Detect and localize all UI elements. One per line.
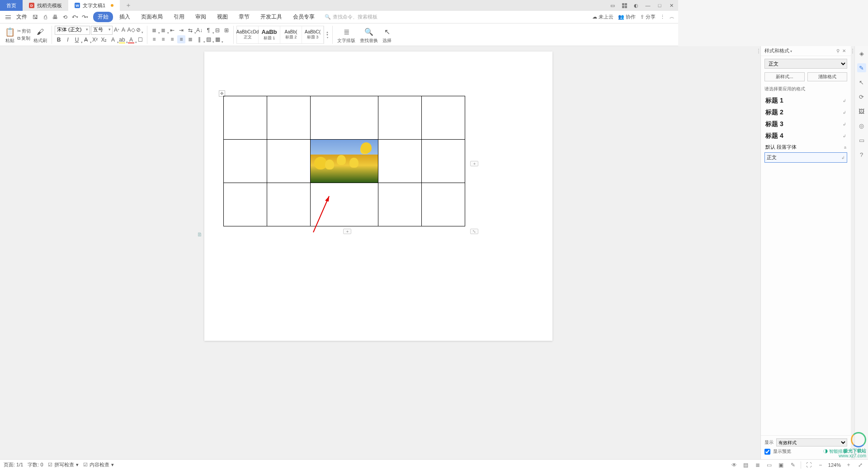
ribbon-tab-references[interactable]: 引用	[169, 12, 189, 22]
select-label[interactable]: 选择	[382, 38, 392, 44]
collaborate-button[interactable]: 👥 协作	[618, 14, 636, 20]
find-replace-label[interactable]: 查找替换	[360, 38, 378, 44]
ribbon: 📋 粘贴 ✂ 剪切 ⧉ 复制 🖌 格式刷 宋体 (正文) 五号 A+ A- A◇…	[0, 24, 678, 46]
paste-label[interactable]: 粘贴	[5, 38, 14, 44]
new-tab-button[interactable]: ＋	[120, 1, 137, 9]
tab-document-label: 文字文稿1	[83, 2, 105, 9]
cloud-status[interactable]: ☁ 未上云	[592, 14, 613, 20]
text-layout-label[interactable]: 文字排版	[337, 38, 355, 44]
ribbon-tab-vip[interactable]: 会员专享	[288, 12, 319, 22]
tulip-image[interactable]	[311, 140, 378, 183]
save-icon[interactable]: 🖫	[31, 13, 40, 22]
document-viewport[interactable]: ✥ ＋ ＋ ⤡ 🗎	[0, 46, 678, 367]
layout-icon[interactable]: ▭	[609, 1, 617, 9]
tab-document[interactable]: W 文字文稿1	[68, 0, 120, 11]
print-icon[interactable]: 🖶	[51, 13, 60, 22]
tab-home[interactable]: 首页	[0, 0, 23, 11]
file-menu[interactable]: 文件	[14, 13, 30, 21]
italic-icon[interactable]: I	[64, 36, 72, 44]
decrease-indent-icon[interactable]: ⇤	[168, 26, 176, 34]
style-gallery-scroll[interactable]: ▲▼▾	[325, 31, 330, 39]
para-border-icon[interactable]: ⊞	[222, 26, 231, 34]
font-size-select[interactable]: 五号	[91, 26, 113, 35]
command-search[interactable]: 查找命令、搜索模板	[325, 14, 377, 20]
format-painter-label[interactable]: 格式刷	[33, 38, 47, 44]
table-add-column-button[interactable]: ＋	[470, 161, 478, 166]
ribbon-tab-insert[interactable]: 插入	[115, 12, 135, 22]
close-button[interactable]: ✕	[667, 1, 675, 9]
cut-button[interactable]: ✂ 剪切	[17, 28, 31, 34]
table-add-row-button[interactable]: ＋	[343, 229, 351, 234]
table-resize-handle[interactable]: ⤡	[470, 229, 478, 234]
subscript-icon[interactable]: X₂	[100, 36, 108, 44]
show-marks-icon[interactable]: ¶▾	[204, 26, 212, 34]
title-bar: 首页 D 找稻壳模板 W 文字文稿1 ＋ ▭ ◐ — □ ✕	[0, 0, 678, 11]
find-replace-icon[interactable]: 🔍	[365, 28, 373, 36]
ribbon-tab-sections[interactable]: 章节	[234, 12, 254, 22]
print-preview-icon[interactable]: ⎙	[41, 13, 50, 22]
sort-icon[interactable]: A↓	[195, 26, 203, 34]
line-spacing-icon[interactable]: ‖▾	[195, 35, 203, 43]
ribbon-tab-review[interactable]: 审阅	[191, 12, 211, 22]
ribbon-tab-developer[interactable]: 开发工具	[256, 12, 287, 22]
highlight-color-icon[interactable]: ab▾	[118, 36, 126, 44]
bullets-icon[interactable]: ≣▾	[150, 26, 158, 34]
change-case-icon[interactable]: ⊘▾	[135, 26, 142, 34]
style-item-h2[interactable]: AaBb(标题 2	[280, 26, 302, 43]
shrink-font-icon[interactable]: A-	[121, 26, 127, 34]
font-color-icon[interactable]: A▾	[127, 36, 135, 44]
align-distribute-icon[interactable]: ≣	[186, 35, 194, 43]
minimize-button[interactable]: —	[644, 1, 652, 9]
shading-icon[interactable]: ▧▾	[204, 35, 212, 43]
style-item-body[interactable]: AaBbCcDd正文	[237, 26, 259, 43]
ribbon-tab-start[interactable]: 开始	[93, 12, 113, 22]
select-icon[interactable]: ↖	[383, 28, 391, 36]
clear-format-icon[interactable]: A◇	[128, 26, 134, 34]
tab-templates[interactable]: D 找稻壳模板	[23, 0, 68, 11]
style-item-h3[interactable]: AaBbC(标题 3	[302, 26, 324, 43]
window-controls: ▭ ◐ — □ ✕	[609, 1, 678, 9]
text-effects-icon[interactable]: A▾	[109, 36, 117, 44]
redo-icon[interactable]: ↷▾	[80, 13, 90, 22]
tabs-icon[interactable]: ⇆▾	[186, 26, 194, 34]
style-item-h1[interactable]: AaBb标题 1	[259, 26, 280, 43]
skin-icon[interactable]: ◐	[632, 1, 640, 9]
menu-bar: 文件 🖫 ⎙ 🖶 ⟲ ↶▾ ↷▾ 开始 插入 页面布局 引用 审阅 视图 章节 …	[0, 11, 678, 24]
menu-icon[interactable]	[4, 13, 13, 22]
strikethrough-icon[interactable]: A̶▾	[82, 36, 90, 44]
underline-icon[interactable]: U▾	[73, 36, 81, 44]
ribbon-tabs: 开始 插入 页面布局 引用 审阅 视图 章节 开发工具 会员专享	[93, 12, 319, 22]
grow-font-icon[interactable]: A+	[113, 26, 120, 34]
format-painter-group: 🖌 格式刷	[32, 26, 49, 44]
document-table[interactable]	[223, 96, 465, 226]
copy-button[interactable]: ⧉ 复制	[17, 35, 31, 42]
align-right-icon[interactable]: ≡	[168, 35, 176, 43]
char-border-icon[interactable]: ☐	[136, 36, 144, 44]
ribbon-tab-view[interactable]: 视图	[212, 12, 232, 22]
page-nav-icon[interactable]: 🗎	[197, 231, 203, 238]
apps-icon[interactable]	[620, 1, 628, 9]
align-center-icon[interactable]: ≡	[159, 35, 167, 43]
docer-icon: D	[29, 3, 34, 8]
para-border-top-icon[interactable]: ⊟	[213, 26, 222, 34]
align-justify-icon[interactable]: ≡	[177, 35, 185, 43]
maximize-button[interactable]: □	[656, 1, 664, 9]
format-painter-icon[interactable]: 🖌	[36, 28, 44, 36]
ribbon-tab-layout[interactable]: 页面布局	[137, 12, 167, 22]
share-button[interactable]: ⇪ 分享	[640, 14, 656, 20]
align-left-icon[interactable]: ≡	[150, 35, 158, 43]
superscript-icon[interactable]: X²	[91, 36, 99, 44]
paste-icon[interactable]: 📋	[6, 28, 14, 36]
preview-icon[interactable]: ⟲	[61, 13, 70, 22]
font-name-select[interactable]: 宋体 (正文)	[55, 26, 90, 35]
bold-icon[interactable]: B	[55, 36, 63, 44]
text-layout-icon[interactable]: ≣	[342, 28, 350, 36]
numbering-icon[interactable]: ≣▾	[159, 26, 167, 34]
tab-templates-label: 找稻壳模板	[37, 2, 62, 9]
collapse-ribbon-icon[interactable]: ︿	[670, 14, 675, 20]
increase-indent-icon[interactable]: ⇥	[177, 26, 185, 34]
undo-icon[interactable]: ↶▾	[71, 13, 80, 22]
more-icon[interactable]: ⋮	[660, 14, 665, 20]
borders-icon[interactable]: ▦▾	[213, 35, 222, 43]
style-gallery[interactable]: AaBbCcDd正文 AaBb标题 1 AaBb(标题 2 AaBbC(标题 3	[236, 26, 324, 44]
